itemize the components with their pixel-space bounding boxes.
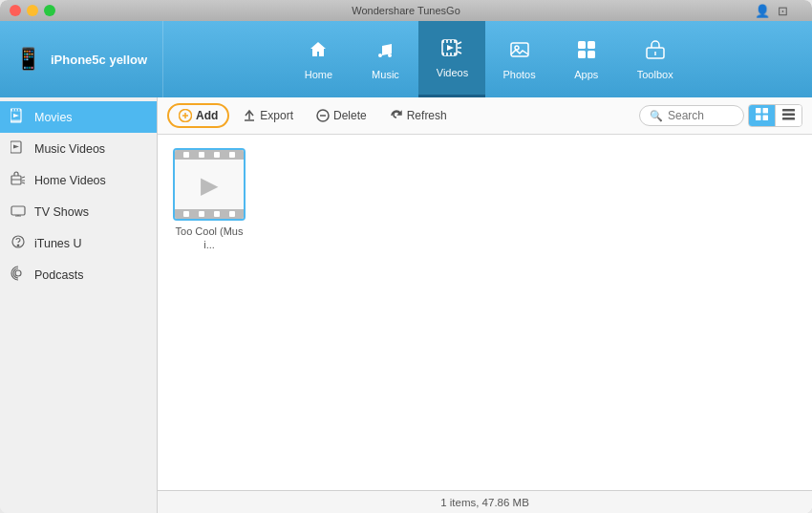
svg-rect-15 bbox=[578, 41, 586, 49]
delete-label: Delete bbox=[333, 109, 367, 122]
svg-rect-45 bbox=[756, 108, 761, 114]
svg-rect-7 bbox=[448, 53, 450, 55]
search-box[interactable]: 🔍 bbox=[639, 105, 744, 126]
tab-videos[interactable]: Videos bbox=[418, 21, 485, 97]
svg-rect-4 bbox=[448, 40, 450, 43]
svg-rect-23 bbox=[11, 120, 21, 123]
movies-icon bbox=[10, 108, 27, 126]
tab-videos-label: Videos bbox=[437, 67, 468, 78]
film-hole bbox=[183, 152, 189, 158]
film-hole bbox=[214, 211, 220, 217]
tab-photos[interactable]: Photos bbox=[485, 21, 552, 97]
photos-icon bbox=[509, 39, 530, 65]
svg-marker-9 bbox=[447, 45, 454, 51]
delete-button[interactable]: Delete bbox=[307, 105, 376, 126]
film-hole bbox=[183, 211, 189, 217]
sidebar: Movies Music Videos Home Vi bbox=[0, 97, 158, 513]
film-strip-bottom bbox=[175, 209, 244, 219]
film-hole bbox=[199, 211, 204, 217]
search-input[interactable] bbox=[668, 109, 744, 122]
grid-view-button[interactable] bbox=[749, 105, 776, 126]
file-grid: ▶ Too Cool (Musi... bbox=[158, 135, 812, 490]
tab-apps-label: Apps bbox=[574, 69, 598, 80]
minimize-button[interactable] bbox=[27, 5, 38, 16]
tab-music[interactable]: Music bbox=[352, 21, 418, 97]
sidebar-item-tv-shows[interactable]: TV Shows bbox=[0, 196, 157, 227]
window-controls bbox=[10, 5, 55, 16]
search-icon: 🔍 bbox=[650, 110, 663, 122]
tab-photos-label: Photos bbox=[502, 69, 535, 80]
svg-rect-50 bbox=[782, 114, 795, 117]
device-icon: 📱 bbox=[15, 47, 41, 72]
tab-toolbox-label: Toolbox bbox=[637, 69, 673, 80]
view-toggle bbox=[748, 104, 802, 127]
svg-point-39 bbox=[15, 270, 21, 276]
svg-point-38 bbox=[17, 245, 19, 246]
sidebar-item-music-videos[interactable]: Music Videos bbox=[0, 133, 157, 164]
play-icon: ▶ bbox=[201, 172, 218, 199]
refresh-label: Refresh bbox=[407, 109, 447, 122]
film-hole bbox=[214, 152, 220, 158]
sidebar-item-home-videos[interactable]: Home Videos bbox=[0, 164, 157, 196]
export-button[interactable]: Export bbox=[233, 105, 303, 126]
svg-line-31 bbox=[22, 177, 25, 178]
device-info: 📱 iPhone5c yellow bbox=[0, 21, 163, 97]
svg-rect-48 bbox=[763, 116, 769, 121]
svg-line-11 bbox=[458, 52, 461, 53]
toolbar: Add Export Delete Refresh bbox=[158, 97, 812, 135]
tab-home[interactable]: Home bbox=[285, 21, 352, 97]
file-thumbnail: ▶ bbox=[173, 148, 246, 221]
svg-marker-29 bbox=[13, 145, 19, 149]
file-item[interactable]: ▶ Too Cool (Musi... bbox=[171, 148, 247, 252]
close-button[interactable] bbox=[10, 5, 21, 16]
svg-rect-8 bbox=[452, 53, 454, 55]
tv-shows-icon bbox=[10, 203, 27, 221]
music-videos-icon bbox=[10, 139, 27, 158]
nav-tabs: Home Music bbox=[163, 21, 812, 97]
toolbox-icon bbox=[645, 39, 666, 65]
svg-rect-49 bbox=[782, 109, 795, 112]
content-area: Add Export Delete Refresh bbox=[158, 97, 812, 513]
svg-rect-5 bbox=[452, 40, 454, 43]
film-hole bbox=[229, 211, 235, 217]
tab-toolbox[interactable]: Toolbox bbox=[620, 21, 691, 97]
add-button[interactable]: Add bbox=[167, 103, 229, 128]
svg-rect-25 bbox=[15, 109, 17, 112]
user-icon[interactable]: 👤 bbox=[755, 4, 768, 17]
svg-rect-46 bbox=[763, 108, 769, 114]
podcasts-icon bbox=[10, 266, 27, 284]
title-bar: Wondershare TunesGo 👤 ⊡ bbox=[0, 0, 812, 21]
add-label: Add bbox=[196, 109, 218, 122]
sidebar-music-videos-label: Music Videos bbox=[34, 142, 105, 156]
sidebar-tv-shows-label: TV Shows bbox=[34, 205, 89, 219]
videos-icon bbox=[441, 37, 462, 63]
sidebar-home-videos-label: Home Videos bbox=[34, 174, 106, 187]
film-strip-top bbox=[175, 150, 244, 160]
sidebar-item-movies[interactable]: Movies bbox=[0, 101, 157, 133]
sidebar-movies-label: Movies bbox=[34, 111, 73, 124]
home-videos-icon bbox=[10, 171, 27, 189]
refresh-button[interactable]: Refresh bbox=[380, 105, 457, 126]
film-hole bbox=[229, 152, 235, 158]
file-name: Too Cool (Musi... bbox=[172, 224, 246, 252]
film-hole bbox=[199, 152, 204, 158]
header: 📱 iPhone5c yellow Home Music bbox=[0, 21, 812, 97]
tab-apps[interactable]: Apps bbox=[553, 21, 620, 97]
svg-rect-16 bbox=[588, 41, 595, 49]
svg-rect-24 bbox=[12, 109, 14, 112]
svg-rect-47 bbox=[756, 116, 761, 121]
list-view-button[interactable] bbox=[776, 105, 801, 126]
itunes-u-icon bbox=[10, 234, 27, 252]
maximize-button[interactable] bbox=[44, 5, 55, 16]
svg-marker-27 bbox=[13, 114, 19, 118]
main-area: Movies Music Videos Home Vi bbox=[0, 97, 812, 513]
settings-icon[interactable]: ⊡ bbox=[778, 4, 791, 17]
title-bar-right: 👤 ⊡ bbox=[755, 4, 802, 17]
svg-rect-18 bbox=[588, 51, 595, 58]
sidebar-item-itunes-u[interactable]: iTunes U bbox=[0, 227, 157, 259]
sidebar-podcasts-label: Podcasts bbox=[34, 268, 83, 282]
svg-line-10 bbox=[458, 42, 461, 44]
sidebar-item-podcasts[interactable]: Podcasts bbox=[0, 259, 157, 290]
svg-rect-6 bbox=[444, 53, 446, 55]
svg-rect-26 bbox=[18, 109, 20, 112]
